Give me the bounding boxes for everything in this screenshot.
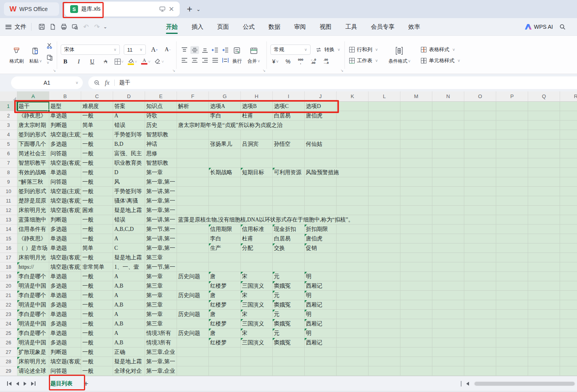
cell-K1[interactable]	[337, 102, 369, 111]
cell-R18[interactable]	[560, 262, 577, 272]
cell-J15[interactable]: 唐伯虎	[305, 234, 337, 243]
cell-O6[interactable]	[464, 149, 496, 158]
cell-B17[interactable]: 填空题(客观)	[49, 253, 81, 262]
cell-I23[interactable]: 元	[273, 310, 305, 319]
cell-K5[interactable]	[337, 139, 369, 149]
cell-G17[interactable]	[209, 253, 241, 262]
cell-N12[interactable]	[432, 206, 464, 215]
hamburger-icon[interactable]	[6, 25, 11, 29]
cell-M21[interactable]	[400, 291, 432, 300]
cell-L1[interactable]	[369, 102, 400, 111]
cell-L8[interactable]	[369, 168, 400, 177]
more-actions-chevron-icon[interactable]: ⌄	[103, 24, 107, 30]
cell-M4[interactable]	[400, 130, 432, 139]
column-header-F[interactable]: F	[177, 91, 209, 102]
cell-R19[interactable]	[560, 272, 577, 281]
cell-C25[interactable]: 一般	[81, 329, 113, 338]
table-style-button[interactable]: 表格样式˅	[420, 45, 461, 54]
cell-D25[interactable]: A	[113, 329, 145, 338]
cell-H9[interactable]	[241, 177, 273, 187]
cell-H11[interactable]	[241, 196, 273, 206]
cell-C27[interactable]: 一般	[81, 347, 113, 357]
menu-tab-开始[interactable]: 开始	[166, 19, 178, 35]
cell-E4[interactable]: 智慧职教	[145, 130, 177, 139]
cell-F9[interactable]	[177, 177, 209, 187]
cell-H17[interactable]	[241, 253, 273, 262]
cell-J10[interactable]	[305, 187, 337, 196]
cell-K6[interactable]	[337, 149, 369, 158]
cell-K11[interactable]	[337, 196, 369, 206]
column-header-M[interactable]: M	[400, 91, 432, 102]
cell-F1[interactable]: 解析	[177, 102, 209, 111]
cell-E27[interactable]: 第三章,企业	[145, 347, 177, 357]
cell-R25[interactable]	[560, 329, 577, 338]
column-header-B[interactable]: B	[49, 91, 81, 102]
cell-M8[interactable]	[400, 168, 432, 177]
cell-E19[interactable]: 第一章	[145, 272, 177, 281]
cell-O17[interactable]	[464, 253, 496, 262]
cell-E20[interactable]: 第三章	[145, 281, 177, 291]
cell-C14[interactable]: 一般	[81, 225, 113, 234]
cell-A26[interactable]: 明清是中国	[17, 338, 49, 347]
cell-H28[interactable]	[241, 357, 273, 366]
cell-I4[interactable]	[273, 130, 305, 139]
cell-N13[interactable]	[432, 215, 464, 225]
cell-G15[interactable]: 李白	[209, 234, 241, 243]
cell-J22[interactable]: 西厢记	[305, 300, 337, 310]
cell-G14[interactable]: 信用期限	[209, 225, 241, 234]
cell-F4[interactable]	[177, 130, 209, 139]
cell-O7[interactable]	[464, 158, 496, 168]
cell-H1[interactable]: 选项B	[241, 102, 273, 111]
scrollbar-thumb[interactable]	[475, 382, 575, 386]
cell-Q3[interactable]	[528, 121, 560, 130]
menu-tab-插入[interactable]: 插入	[191, 19, 204, 35]
row-header-13[interactable]: 13	[0, 215, 17, 225]
cell-E10[interactable]: 第一讲,第一	[145, 187, 177, 196]
cell-R17[interactable]	[560, 253, 577, 262]
cell-F28[interactable]	[177, 357, 209, 366]
cell-Q10[interactable]	[528, 187, 560, 196]
cell-G8[interactable]: 长期战略	[209, 168, 241, 177]
cell-M18[interactable]	[400, 262, 432, 272]
cell-F20[interactable]	[177, 281, 209, 291]
align-right-icon[interactable]	[201, 56, 209, 64]
cell-C4[interactable]: 一般	[81, 130, 113, 139]
cell-N14[interactable]	[432, 225, 464, 234]
cell-C18[interactable]: 非常简单	[81, 262, 113, 272]
cell-C23[interactable]: 一般	[81, 310, 113, 319]
decrease-indent-icon[interactable]	[211, 46, 220, 54]
align-top-icon[interactable]	[180, 46, 189, 54]
bold-button[interactable]: B	[61, 57, 70, 66]
cell-P9[interactable]	[496, 177, 528, 187]
cell-P28[interactable]	[496, 357, 528, 366]
cell-D12[interactable]: 疑是地上霜	[113, 206, 145, 215]
cell-Q23[interactable]	[528, 310, 560, 319]
cell-Q24[interactable]	[528, 319, 560, 329]
cell-B18[interactable]: 填空题(客观)	[49, 262, 81, 272]
cell-R27[interactable]	[560, 347, 577, 357]
row-header-14[interactable]: 14	[0, 225, 17, 234]
cell-L6[interactable]	[369, 149, 400, 158]
cell-D4[interactable]: 手势签到等	[113, 130, 145, 139]
cell-F21[interactable]: 历史问题	[177, 291, 209, 300]
cell-D26[interactable]: A,B	[113, 338, 145, 347]
cell-G19[interactable]: 唐	[209, 272, 241, 281]
cell-G24[interactable]: 红楼梦	[209, 319, 241, 329]
cell-I18[interactable]	[273, 262, 305, 272]
cell-D5[interactable]: B,D	[113, 139, 145, 149]
borders-button[interactable]: ˅	[114, 57, 124, 66]
cell-G23[interactable]: 唐	[209, 310, 241, 319]
save-button[interactable]	[36, 21, 47, 32]
cell-A6[interactable]: 简述社会主	[17, 149, 49, 158]
cell-O13[interactable]	[464, 215, 496, 225]
cell-L9[interactable]	[369, 177, 400, 187]
cell-L13[interactable]	[369, 215, 400, 225]
cell-N22[interactable]	[432, 300, 464, 310]
cell-J6[interactable]	[305, 149, 337, 158]
cell-I21[interactable]: 元	[273, 291, 305, 300]
cell-M27[interactable]	[400, 347, 432, 357]
align-middle-icon[interactable]	[190, 46, 199, 54]
cell-F23[interactable]: 历史问题	[177, 310, 209, 319]
fx-icon[interactable]: fx	[105, 79, 110, 86]
cell-style-button[interactable]: 单元格样式˅	[420, 56, 461, 65]
